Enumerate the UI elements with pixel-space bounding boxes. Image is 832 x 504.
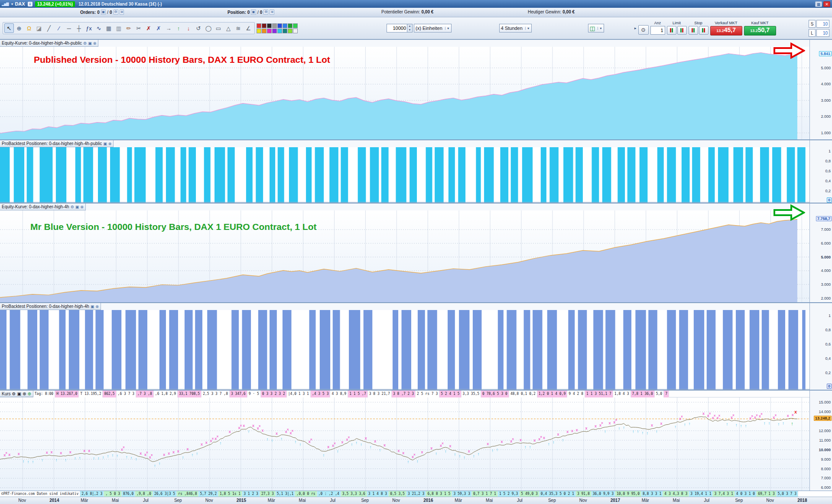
orders-list-icon[interactable]: ▣ — [101, 10, 106, 15]
trendline-tool-icon[interactable]: ╱ — [44, 23, 54, 33]
quantity-stepper[interactable]: ▲ ▼ — [387, 24, 413, 32]
undo-tool-icon[interactable]: ↺ — [194, 23, 203, 33]
trade-expand-icon[interactable]: ▸ — [634, 26, 637, 30]
angle-tool-icon[interactable]: ∠ — [244, 23, 253, 33]
panel-settings-icon[interactable]: ⚙ — [71, 205, 74, 209]
rectangle-tool-icon[interactable]: ▭ — [214, 23, 223, 33]
position-add-icon[interactable]: ⊕ — [270, 10, 274, 15]
instrument-dropdown-caret-icon[interactable]: ▼ — [10, 3, 13, 6]
color-swatch-7[interactable] — [293, 23, 298, 28]
segment-tool-icon[interactable]: ∕ — [54, 23, 64, 33]
positions-blue-axis[interactable]: 00,20,40,60,810 — [809, 303, 832, 390]
color-swatch-10[interactable] — [267, 29, 272, 33]
positions-public-header[interactable]: ProBacktest Positionen: 0-dax-higher-hig… — [0, 140, 114, 147]
svg-text:↑: ↑ — [351, 442, 353, 447]
eraser-tool-icon[interactable]: ◪ — [34, 23, 44, 33]
color-swatch-2[interactable] — [267, 23, 272, 28]
l-value-input[interactable]: 10 — [816, 29, 829, 37]
close-window-icon[interactable]: ✕ — [823, 1, 830, 7]
scissors-tool-icon[interactable]: ✂ — [134, 23, 143, 33]
x-axis-labels[interactable]: Nov2014MärMaiJulSepNov2015MärMaiJulSepNo… — [0, 497, 832, 504]
panel-add-icon[interactable]: ⊕ — [27, 391, 31, 396]
panel-window-icon[interactable]: ▣ — [103, 142, 107, 146]
trash-tool-icon[interactable]: ▥ — [114, 23, 124, 33]
quantity-down-icon[interactable]: ▼ — [407, 28, 412, 32]
sell-arrow-icon[interactable]: ↓ — [184, 23, 193, 33]
quantity-input[interactable] — [387, 24, 407, 32]
buy-arrow-icon[interactable]: ↑ — [174, 23, 183, 33]
fx-indicator-icon[interactable]: ƒx — [84, 23, 94, 33]
equity-blue-header[interactable]: Equity-Kurve: 0-dax-higher-high-4h ⚙ ▣ ⊗ — [0, 204, 86, 210]
color-swatch-14[interactable] — [288, 29, 292, 33]
color-swatch-5[interactable] — [283, 23, 287, 28]
buy-limit-button[interactable] — [677, 26, 687, 35]
sell-stop-button[interactable] — [689, 26, 698, 35]
timeframe-select[interactable]: 4 Stunden ▼ — [499, 24, 532, 32]
orders-settings-icon[interactable]: ⚙ — [114, 10, 118, 15]
color-swatch-6[interactable] — [288, 23, 292, 28]
equity-public-axis[interactable]: 1.0002.0003.0004.0005.0005.841 — [809, 40, 832, 139]
cross-tool-icon[interactable]: ┼ — [74, 23, 84, 33]
delete-drawing-icon[interactable]: ✗ — [144, 23, 153, 33]
buy-stop-button[interactable] — [699, 26, 708, 35]
s-value-input[interactable]: 10 — [816, 20, 829, 28]
ellipse-tool-icon[interactable]: ◯ — [204, 23, 213, 33]
order-search-icon[interactable]: ⊙ — [638, 25, 649, 35]
cursor-tool-icon[interactable]: ↖ — [4, 23, 14, 33]
positions-blue-chart[interactable] — [0, 310, 809, 390]
color-swatch-1[interactable] — [262, 23, 266, 28]
color-swatch-3[interactable] — [272, 23, 277, 28]
quantity-up-icon[interactable]: ▲ — [407, 24, 412, 28]
horizontal-line-tool-icon[interactable]: ─ — [64, 23, 74, 33]
position-settings-icon[interactable]: ⚙ — [263, 10, 268, 15]
positions-public-axis[interactable]: 00,20,40,60,810 — [809, 140, 832, 203]
layout-grid-icon[interactable]: ▦ — [815, 1, 822, 7]
channel-tool-icon[interactable]: ≊ — [234, 23, 243, 33]
sell-limit-button[interactable] — [667, 26, 676, 35]
grid-tool-icon[interactable]: ▦ — [104, 23, 114, 33]
arrow-annotation-icon[interactable]: → — [164, 23, 173, 33]
panel-window-icon[interactable]: ▣ — [88, 41, 92, 45]
positions-public-chart[interactable] — [0, 147, 809, 203]
unit-select[interactable]: (x) Einheiten ▼ — [414, 24, 452, 32]
orders-add-icon[interactable]: ⊕ — [120, 10, 124, 15]
panel-window-icon[interactable]: ▣ — [91, 304, 94, 309]
equity-public-header[interactable]: Equity-Kurve: 0-dax-higher-high-4h-publi… — [0, 40, 98, 47]
panel-close-icon[interactable]: ⊗ — [95, 304, 99, 309]
delete-all-drawings-icon[interactable]: ✗ — [154, 23, 163, 33]
positions-blue-header[interactable]: ProBacktest Positionen: 0-dax-higher-hig… — [0, 303, 101, 310]
color-swatch-11[interactable] — [272, 29, 277, 33]
info-icon[interactable]: i — [28, 2, 32, 6]
position-list-icon[interactable]: ▣ — [251, 10, 256, 15]
sell-market-button[interactable]: 13.245,7 — [710, 26, 742, 36]
kurs-header[interactable]: Kurs ⚙ ▣ ⊗ ⊕ — [0, 391, 33, 397]
color-swatch-13[interactable] — [283, 29, 287, 33]
panel-close-icon[interactable]: ⊗ — [80, 205, 84, 209]
panel-window-icon[interactable]: ▣ — [75, 205, 79, 209]
triangle-tool-icon[interactable]: △ — [224, 23, 233, 33]
kurs-axis[interactable]: 6.0007.0008.0009.00010.00011.00012.00014… — [809, 391, 832, 491]
kurs-chart[interactable]: xxxx↑↑↑↑xx↑x↑x↑↑xx↑↑↑↑↑↑xx↑↑↑xxxxx↑↑xxxx… — [0, 397, 809, 491]
panel-close-icon[interactable]: ⊗ — [93, 41, 97, 45]
pencil-tool-icon[interactable]: ✏ — [124, 23, 133, 33]
color-swatch-8[interactable] — [257, 29, 261, 33]
price-indicator-icon[interactable]: ∿ — [94, 23, 104, 33]
chart-type-button[interactable]: ◫ ▼ — [588, 24, 604, 32]
panel-window-icon[interactable]: ▣ — [17, 391, 21, 396]
panel-settings-icon[interactable]: ⚙ — [83, 41, 87, 45]
instrument-name[interactable]: DAX — [15, 1, 25, 6]
color-swatch-15[interactable] — [293, 29, 298, 33]
color-swatch-9[interactable] — [262, 29, 266, 33]
panel-close-icon[interactable]: ⊗ — [108, 142, 112, 146]
color-swatch-4[interactable] — [277, 23, 282, 28]
panel-settings-icon[interactable]: ⚙ — [12, 391, 16, 396]
color-swatch-12[interactable] — [277, 29, 282, 33]
svg-text:x: x — [163, 452, 165, 457]
equity-blue-axis[interactable]: 2.0003.0004.0005.0006.0007.0007.758,7 — [809, 204, 832, 302]
panel-close-icon[interactable]: ⊗ — [23, 391, 26, 396]
alert-bell-icon[interactable]: Ω — [24, 23, 34, 33]
zoom-tool-icon[interactable]: ⊕ — [14, 23, 24, 33]
buy-market-button[interactable]: 13.250,7 — [744, 26, 776, 36]
order-qty-input[interactable] — [650, 26, 665, 35]
color-swatch-0[interactable] — [257, 23, 261, 28]
